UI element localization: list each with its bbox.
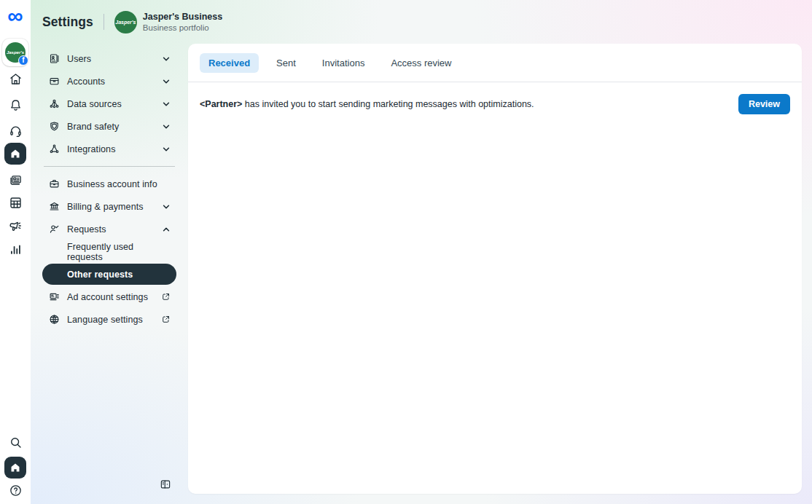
planner-table-icon[interactable] (0, 194, 31, 210)
support-headset-icon[interactable] (0, 123, 31, 139)
sidebar-item-integrations[interactable]: Integrations (42, 138, 176, 160)
business-home-selected[interactable] (0, 142, 31, 165)
request-row: <Partner> has invited you to start sendi… (188, 90, 802, 119)
notifications-bell-icon[interactable] (0, 97, 31, 113)
sidebar-item-label: Other requests (67, 269, 171, 280)
chevron-down-icon (162, 145, 171, 154)
chevron-down-icon (162, 77, 171, 86)
network-nodes-icon (48, 98, 60, 110)
sidebar-item-accounts[interactable]: Accounts (42, 70, 176, 92)
home-filled-icon (4, 143, 26, 165)
sidebar-item-users[interactable]: Users (42, 47, 176, 70)
business-name: Jasper's Business (143, 12, 222, 23)
business-avatar-button[interactable]: Jasper's f (0, 38, 31, 67)
requests-panel: Received Sent Invitations Access review … (188, 44, 802, 494)
briefcase-icon (48, 178, 60, 190)
sidebar-item-requests[interactable]: Requests (42, 218, 176, 240)
sidebar-item-other-requests[interactable]: Other requests (42, 264, 176, 285)
avatar-card: Jasper's f (2, 39, 28, 66)
settings-sidebar: Users Accounts Data sources Brand safety (31, 44, 188, 504)
chevron-up-icon (162, 225, 171, 234)
sidebar-item-label: Integrations (67, 144, 155, 154)
bank-icon (48, 200, 60, 213)
sidebar-item-label: Language settings (67, 315, 155, 325)
meta-logo[interactable]: ∞ (0, 6, 31, 26)
sidebar-collapse-button[interactable] (159, 478, 172, 494)
request-message-text: has invited you to start sending marketi… (242, 99, 534, 109)
sidebar-item-data-sources[interactable]: Data sources (42, 92, 176, 115)
promote-megaphone-icon[interactable] (0, 218, 31, 236)
chevron-down-icon (162, 55, 171, 63)
review-button[interactable]: Review (738, 94, 790, 114)
box-icon (48, 75, 60, 87)
request-message: <Partner> has invited you to start sendi… (200, 99, 534, 109)
sidebar-item-ad-account-settings[interactable]: Ad account settings (42, 286, 176, 308)
sidebar-item-brand-safety[interactable]: Brand safety (42, 115, 176, 138)
page-title: Settings (42, 15, 93, 30)
app-rail: ∞ Jasper's f (0, 0, 31, 504)
chevron-down-icon (162, 202, 171, 211)
facebook-badge-icon: f (18, 55, 28, 66)
ad-card-icon (48, 291, 60, 303)
chevron-down-icon (162, 100, 171, 109)
home-icon[interactable] (0, 71, 31, 87)
tab-access-review[interactable]: Access review (382, 53, 460, 73)
sidebar-item-label: Requests (67, 224, 155, 235)
business-type: Business portfolio (143, 23, 222, 33)
external-link-icon (161, 292, 171, 302)
sidebar-item-billing-payments[interactable]: Billing & payments (42, 195, 176, 218)
tab-sent[interactable]: Sent (268, 53, 305, 73)
requests-tabs: Received Sent Invitations Access review (188, 44, 802, 82)
sidebar-item-label: Brand safety (67, 122, 155, 132)
globe-icon (48, 313, 60, 326)
tab-invitations[interactable]: Invitations (313, 53, 374, 73)
sidebar-item-frequently-used-requests[interactable]: Frequently used requests (42, 240, 176, 263)
tab-received[interactable]: Received (200, 53, 259, 73)
external-link-icon (161, 315, 171, 324)
sidebar-item-label: Billing & payments (67, 202, 155, 212)
id-card-icon (48, 52, 60, 65)
request-partner-name: <Partner> (200, 99, 242, 109)
shield-icon (48, 120, 60, 133)
sidebar-item-business-account-info[interactable]: Business account info (42, 173, 176, 195)
header-divider (104, 14, 104, 30)
insights-bars-icon[interactable] (0, 241, 31, 257)
sidebar-item-language-settings[interactable]: Language settings (42, 308, 176, 331)
pages-posts-icon[interactable] (0, 172, 31, 188)
help-question-icon[interactable] (0, 481, 31, 499)
sidebar-item-label: Users (67, 54, 155, 64)
sidebar-item-label: Ad account settings (67, 292, 155, 302)
sidebar-item-label: Frequently used requests (67, 242, 171, 262)
sidebar-item-label: Business account info (67, 179, 171, 189)
home-filled-icon (4, 457, 26, 479)
collapse-panel-icon (159, 478, 172, 491)
meta-infinity-icon: ∞ (7, 9, 23, 23)
sidebar-item-label: Accounts (67, 76, 155, 87)
home-shortcut-button[interactable] (0, 456, 31, 479)
chevron-down-icon (162, 122, 171, 131)
search-icon[interactable] (0, 434, 31, 450)
person-check-icon (48, 223, 60, 235)
sidebar-item-label: Data sources (67, 99, 155, 109)
meta-business-settings-page: ∞ Jasper's f (0, 0, 812, 504)
business-portfolio-avatar[interactable]: Jasper's (114, 11, 137, 34)
sidebar-divider (44, 166, 175, 167)
triangle-nodes-icon (48, 143, 60, 155)
page-header: Settings Jasper's Jasper's Business Busi… (31, 0, 812, 44)
business-portfolio-info[interactable]: Jasper's Business Business portfolio (143, 12, 222, 33)
